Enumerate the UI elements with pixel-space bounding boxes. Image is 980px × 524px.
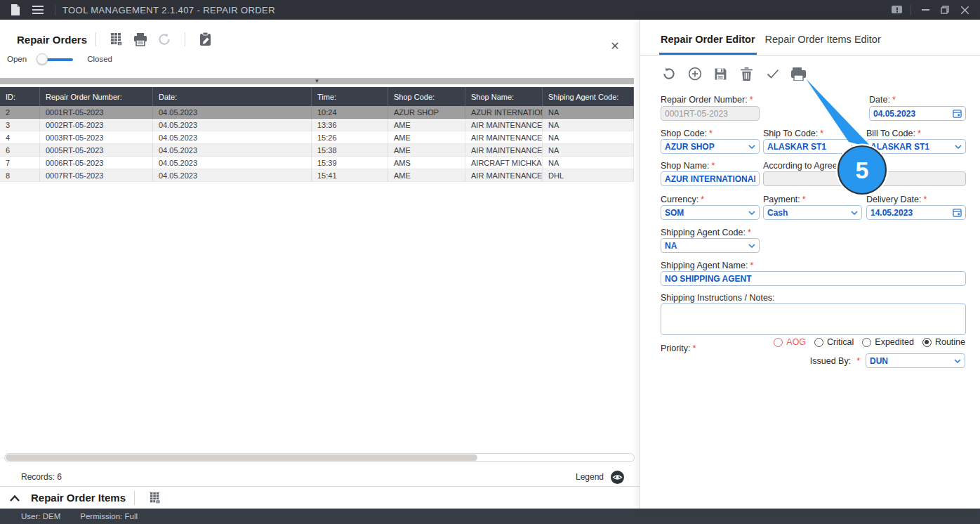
field-label: Date:	[869, 95, 890, 105]
close-button[interactable]	[955, 0, 974, 20]
table-cell: 0007RT-05-2023	[40, 169, 153, 181]
legend-label: Legend	[576, 472, 604, 482]
column-header[interactable]: ID:	[0, 87, 40, 106]
column-header[interactable]: Shiping Agent Code:	[543, 87, 634, 106]
save-icon[interactable]	[708, 64, 734, 84]
add-icon[interactable]	[682, 64, 708, 84]
export-excel-icon[interactable]: x	[143, 487, 167, 509]
shipping-agent-name-field[interactable]: NO SHIPPING AGENT	[661, 271, 966, 286]
toolbar-separator	[95, 32, 96, 46]
refresh-icon[interactable]	[656, 64, 682, 84]
repair-orders-table: ID:Repair Order Number:Date:Time:Shop Co…	[0, 87, 634, 182]
table-cell: 4	[0, 131, 40, 143]
records-count: Records: 6	[21, 472, 62, 482]
validate-icon[interactable]	[760, 64, 786, 84]
table-cell: 04.05.2023	[153, 106, 312, 118]
shipping-instructions-textarea[interactable]	[661, 303, 966, 335]
shop-name-field[interactable]: AZUR INTERNATIONAL COM	[661, 171, 760, 186]
payment-dropdown[interactable]: Cash	[763, 205, 862, 220]
table-cell: 13:36	[312, 119, 388, 131]
hamburger-icon[interactable]	[28, 0, 48, 20]
delivery-date-field[interactable]: 14.05.2023	[866, 205, 966, 220]
table-cell: NA	[543, 157, 634, 169]
chevron-down-icon	[851, 145, 858, 149]
tab-repair-order-editor[interactable]: Repair Order Editor	[661, 34, 755, 55]
feedback-icon[interactable]	[887, 0, 906, 20]
delete-icon[interactable]	[734, 64, 760, 84]
column-header[interactable]: Shop Name:	[465, 87, 543, 106]
priority-radio-routine[interactable]: Routine	[922, 337, 965, 347]
priority-radio-aog[interactable]: AOG	[774, 337, 806, 347]
titlebar: TOOL MANAGEMENT 2.1.407 - REPAIR ORDER	[0, 0, 980, 20]
grid-collapse-bar[interactable]: ▼	[0, 78, 634, 84]
date-field[interactable]: 04.05.2023	[869, 106, 966, 121]
table-row[interactable]: 20001RT-05-202304.05.202310:24AZUR SHOPA…	[0, 106, 634, 119]
statusbar: User: DEM Permission: Full	[0, 509, 980, 524]
table-row[interactable]: 30002RT-05-202304.05.202313:36AMEAIR MAI…	[0, 119, 634, 131]
priority-radio-expedited[interactable]: Expedited	[862, 337, 914, 347]
editor-toolbar	[656, 64, 812, 84]
according-to-agreement-field[interactable]	[763, 171, 966, 186]
currency-dropdown[interactable]: SOM	[661, 205, 760, 220]
titlebar-separator	[55, 5, 55, 15]
print-report-icon[interactable]	[786, 64, 812, 84]
radio-icon	[862, 338, 871, 347]
horizontal-scrollbar[interactable]	[4, 453, 635, 462]
minimize-button[interactable]	[915, 0, 935, 20]
toggle-switch[interactable]	[37, 53, 77, 65]
table-cell: NA	[543, 144, 634, 156]
caret-up-icon[interactable]	[10, 492, 20, 504]
ship-to-code-dropdown[interactable]: ALASKAR ST1	[763, 139, 862, 154]
table-row[interactable]: 70006RT-05-202304.05.202315:39AMSAIRCRAF…	[0, 157, 634, 169]
legend-eye-icon[interactable]	[611, 471, 624, 484]
table-cell: 8	[0, 169, 40, 181]
column-header[interactable]: Repair Order Number:	[40, 87, 153, 106]
table-header-row: ID:Repair Order Number:Date:Time:Shop Co…	[0, 87, 634, 106]
refresh-icon[interactable]	[152, 29, 176, 50]
repair-order-number-field[interactable]: 0001RT-05-2023	[661, 106, 760, 121]
calendar-icon[interactable]	[953, 208, 962, 217]
table-cell: 15:38	[312, 144, 388, 156]
table-cell: 15:39	[312, 157, 388, 169]
edit-clipboard-icon[interactable]	[194, 29, 218, 50]
bill-to-code-dropdown[interactable]: ALASKAR ST1	[866, 139, 966, 154]
tab-repair-order-items-editor[interactable]: Repair Order Items Editor	[765, 34, 881, 55]
shop-code-dropdown[interactable]: AZUR SHOP	[661, 139, 760, 154]
table-cell: AIR MAINTENANCE E...	[465, 131, 543, 143]
radio-label: Routine	[935, 337, 965, 347]
table-cell: NA	[543, 119, 634, 131]
repair-order-editor-panel: Repair Order Editor Repair Order Items E…	[640, 20, 980, 509]
close-panel-icon[interactable]: ✕	[606, 37, 624, 55]
print-icon[interactable]	[128, 29, 152, 50]
calendar-icon[interactable]	[953, 109, 962, 118]
table-cell: NA	[543, 131, 634, 143]
restore-button[interactable]	[935, 0, 955, 20]
open-closed-toggle: Open Closed	[7, 53, 112, 65]
table-cell: 0003RT-05-2023	[40, 131, 153, 143]
required-marker: *	[750, 95, 753, 105]
table-cell: 6	[0, 144, 40, 156]
toolbar-separator	[134, 491, 135, 505]
table-cell: 0001RT-05-2023	[40, 106, 153, 118]
table-cell: AZUR INTERNATION...	[465, 106, 543, 118]
column-header[interactable]: Shop Code:	[388, 87, 465, 106]
table-cell: AME	[388, 169, 465, 181]
column-header[interactable]: Date:	[153, 87, 312, 106]
priority-radio-critical[interactable]: Critical	[814, 337, 854, 347]
table-cell: 7	[0, 157, 40, 169]
collapse-triangle-icon: ▼	[314, 78, 320, 84]
table-cell: 15:26	[312, 131, 388, 143]
scrollbar-thumb[interactable]	[6, 454, 477, 461]
column-header[interactable]: Time:	[312, 87, 388, 106]
export-excel-icon[interactable]: x	[105, 29, 128, 50]
window-title: TOOL MANAGEMENT 2.1.407 - REPAIR ORDER	[62, 5, 275, 15]
table-row[interactable]: 80007RT-05-202304.05.202315:41AMEAIR MAI…	[0, 169, 634, 182]
table-cell: AME	[388, 131, 465, 143]
chevron-down-icon	[954, 359, 961, 363]
table-row[interactable]: 60005RT-05-202304.05.202315:38AMEAIR MAI…	[0, 144, 634, 157]
shipping-agent-code-dropdown[interactable]: NA	[661, 238, 760, 253]
table-row[interactable]: 40003RT-05-202304.05.202315:26AMEAIR MAI…	[0, 131, 634, 144]
radio-label: AOG	[786, 337, 806, 347]
editor-tabs: Repair Order Editor Repair Order Items E…	[640, 34, 980, 55]
issued-by-dropdown[interactable]: DUN	[866, 353, 965, 368]
